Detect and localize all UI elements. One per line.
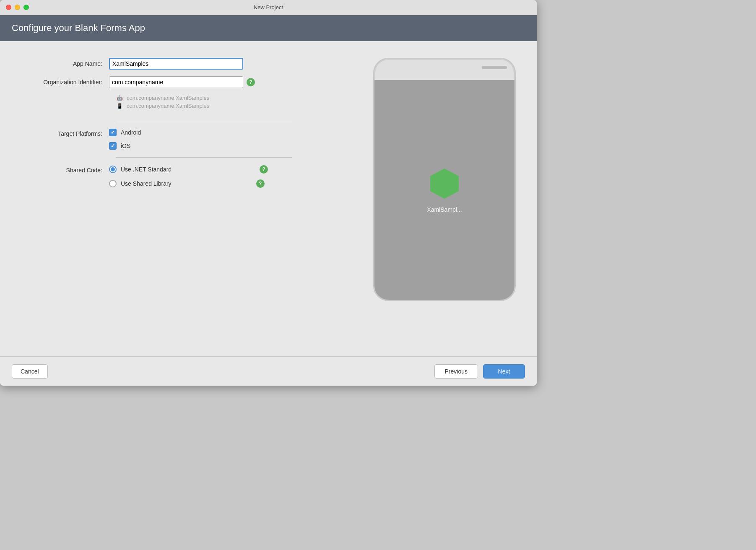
ios-icon: 📱: [116, 103, 123, 109]
form-area: App Name: Organization Identifier: ? 🤖 c…: [0, 41, 361, 356]
app-name-label: App Name:: [34, 60, 109, 67]
shared-library-radio-row[interactable]: Use Shared Library ?: [109, 179, 268, 188]
traffic-lights: [6, 5, 29, 10]
divider-2: [116, 157, 292, 158]
app-preview-name: XamlSampl...: [427, 206, 462, 213]
android-bundle-row: 🤖 com.companyname.XamlSamples: [116, 95, 361, 101]
android-check-mark: ✓: [111, 130, 115, 135]
app-icon-hexagon: [428, 167, 461, 200]
title-bar: New Project: [0, 0, 537, 15]
footer-right-buttons: Previous Next: [434, 364, 525, 379]
org-id-row: Organization Identifier: ?: [34, 76, 361, 88]
shared-code-section: Shared Code: Use .NET Standard ? Use Sha…: [34, 165, 361, 188]
cancel-button[interactable]: Cancel: [12, 364, 48, 379]
ios-label: iOS: [121, 143, 130, 149]
org-id-input[interactable]: [109, 76, 243, 88]
divider-1: [116, 121, 292, 121]
android-checkbox-row[interactable]: ✓ Android: [109, 129, 141, 136]
phone-frame: XamlSampl...: [373, 58, 516, 301]
org-id-help-icon[interactable]: ?: [247, 78, 255, 86]
android-label: Android: [121, 129, 141, 136]
app-name-input[interactable]: [109, 58, 243, 70]
next-button[interactable]: Next: [483, 364, 525, 379]
phone-screen: XamlSampl...: [374, 80, 514, 300]
ios-bundle-id: com.companyname.XamlSamples: [127, 103, 209, 109]
shared-code-label: Shared Code:: [34, 165, 109, 174]
footer: Cancel Previous Next: [0, 356, 537, 386]
minimize-button[interactable]: [15, 5, 20, 10]
ios-bundle-row: 📱 com.companyname.XamlSamples: [116, 103, 361, 109]
android-icon: 🤖: [116, 95, 123, 101]
main-content: App Name: Organization Identifier: ? 🤖 c…: [0, 41, 537, 356]
page-title: Configure your Blank Forms App: [12, 23, 525, 34]
svg-marker-0: [430, 169, 459, 199]
net-standard-radio-dot: [111, 167, 115, 171]
shared-library-label: Use Shared Library: [121, 180, 171, 187]
maximize-button[interactable]: [23, 5, 29, 10]
net-standard-help-icon[interactable]: ?: [260, 165, 268, 174]
platform-checkboxes: ✓ Android ✓ iOS: [109, 129, 141, 150]
close-button[interactable]: [6, 5, 11, 10]
org-id-label: Organization Identifier:: [34, 79, 109, 86]
header-banner: Configure your Blank Forms App: [0, 15, 537, 41]
previous-button[interactable]: Previous: [434, 364, 478, 379]
android-bundle-id: com.companyname.XamlSamples: [127, 95, 209, 101]
phone-notch: [482, 66, 507, 69]
target-platforms-section: Target Platforms: ✓ Android ✓ iOS: [34, 129, 361, 150]
net-standard-radio[interactable]: [109, 166, 117, 173]
ios-checkbox[interactable]: ✓: [109, 142, 117, 150]
window-title: New Project: [254, 4, 283, 10]
android-checkbox[interactable]: ✓: [109, 129, 117, 136]
phone-preview-panel: XamlSampl...: [361, 41, 537, 356]
shared-code-options: Use .NET Standard ? Use Shared Library ?: [109, 165, 268, 188]
bundle-ids: 🤖 com.companyname.XamlSamples 📱 com.comp…: [116, 95, 361, 111]
ios-check-mark: ✓: [111, 143, 115, 149]
target-platforms-label: Target Platforms:: [34, 129, 109, 137]
shared-library-help-icon[interactable]: ?: [256, 179, 265, 188]
ios-checkbox-row[interactable]: ✓ iOS: [109, 142, 141, 150]
app-name-row: App Name:: [34, 58, 361, 70]
net-standard-label: Use .NET Standard: [121, 166, 171, 173]
net-standard-radio-row[interactable]: Use .NET Standard ?: [109, 165, 268, 174]
shared-library-radio[interactable]: [109, 180, 117, 187]
